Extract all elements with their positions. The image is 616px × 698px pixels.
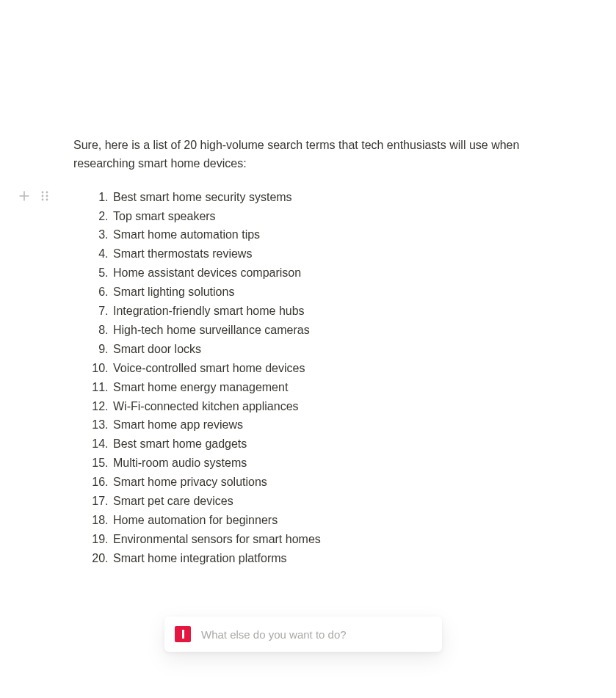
content-block[interactable]: Sure, here is a list of 20 high-volume s…: [73, 137, 543, 568]
list-item: Multi-room audio systems: [112, 454, 543, 473]
prompt-bar[interactable]: [164, 617, 442, 652]
list-item: Home automation for beginners: [112, 511, 543, 530]
svg-point-5: [46, 199, 48, 201]
svg-point-2: [42, 195, 44, 197]
list-item: Best smart home gadgets: [112, 435, 543, 454]
plus-icon: [18, 190, 30, 202]
add-block-button[interactable]: [18, 189, 31, 203]
list-item: High-tech home surveillance cameras: [112, 321, 543, 340]
drag-handle-button[interactable]: [38, 189, 51, 203]
list-item: Smart home app reviews: [112, 415, 543, 435]
list-item: Smart pet care devices: [112, 492, 543, 511]
list-item: Smart lighting solutions: [112, 283, 543, 302]
search-terms-list: Best smart home security systems Top sma…: [73, 188, 543, 568]
page-root: Sure, here is a list of 20 high-volume s…: [0, 0, 616, 698]
list-item: Top smart speakers: [112, 207, 543, 226]
list-item: Best smart home security systems: [112, 188, 543, 207]
brand-logo-icon: [175, 626, 191, 642]
svg-point-1: [46, 192, 48, 194]
list-item: Environmental sensors for smart homes: [112, 530, 543, 549]
list-item: Wi-Fi-connected kitchen appliances: [112, 397, 543, 416]
list-item: Smart home energy management: [112, 378, 543, 397]
list-item: Smart door locks: [112, 340, 543, 359]
intro-paragraph: Sure, here is a list of 20 high-volume s…: [73, 137, 543, 173]
svg-point-4: [42, 199, 44, 201]
list-item: Smart home integration platforms: [112, 549, 543, 568]
list-item: Smart thermostats reviews: [112, 244, 543, 263]
drag-handle-icon: [40, 190, 50, 202]
list-item: Smart home automation tips: [112, 225, 543, 244]
svg-point-3: [46, 195, 48, 197]
list-item: Integration-friendly smart home hubs: [112, 302, 543, 321]
list-item: Smart home privacy solutions: [112, 473, 543, 492]
block-controls: [18, 189, 51, 203]
prompt-input[interactable]: [200, 628, 432, 641]
list-item: Voice-controlled smart home devices: [112, 359, 543, 378]
svg-point-0: [42, 192, 44, 194]
list-item: Home assistant devices comparison: [112, 263, 543, 283]
